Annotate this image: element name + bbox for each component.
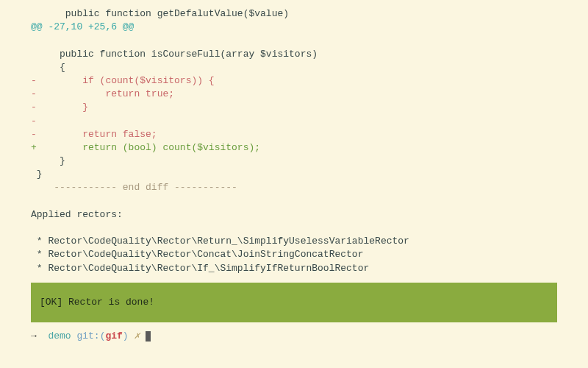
applied-rector-item: * Rector\CodeQuality\Rector\Return_\Simp… [31,235,588,248]
diff-context-line: { [31,61,588,74]
cursor-icon [146,331,151,342]
diff-removed-line: - return true; [31,88,588,101]
applied-rector-item: * Rector\CodeQuality\Rector\Concat\JoinS… [31,248,588,261]
applied-heading: Applied rectors: [31,208,588,222]
diff-hunk-header: @@ -27,10 +25,6 @@ [31,21,588,34]
prompt-git-close: ) [123,330,135,342]
blank-line [31,222,588,235]
diff-context-line: public function getDefalutValue($value) [31,7,588,21]
diff-context-line: } [31,155,588,168]
diff-removed-line: - } [31,101,588,114]
diff-blank [31,34,588,47]
prompt-directory: demo [48,330,76,342]
prompt-branch: gif [105,330,122,342]
diff-context-line: public function isCourseFull(array $visi… [31,48,588,61]
diff-added-line: + return (bool) count($visitors); [31,141,588,155]
prompt-dirty-icon: ✗ [134,330,146,342]
prompt-git-label: git:( [76,330,105,342]
diff-context-line: } [31,168,588,181]
diff-removed-line: - [31,115,588,128]
diff-removed-line: - if (count($visitors)) { [31,74,588,88]
applied-rector-item: * Rector\CodeQuality\Rector\If_\Simplify… [31,262,588,275]
shell-prompt[interactable]: → demo git:(gif) ✗ [31,330,588,343]
diff-end-marker: ----------- end diff ----------- [31,181,588,194]
blank-line [31,195,588,208]
ok-banner: [OK] Rector is done! [31,283,557,322]
prompt-arrow-icon: → [31,330,48,342]
diff-removed-line: - return false; [31,128,588,141]
